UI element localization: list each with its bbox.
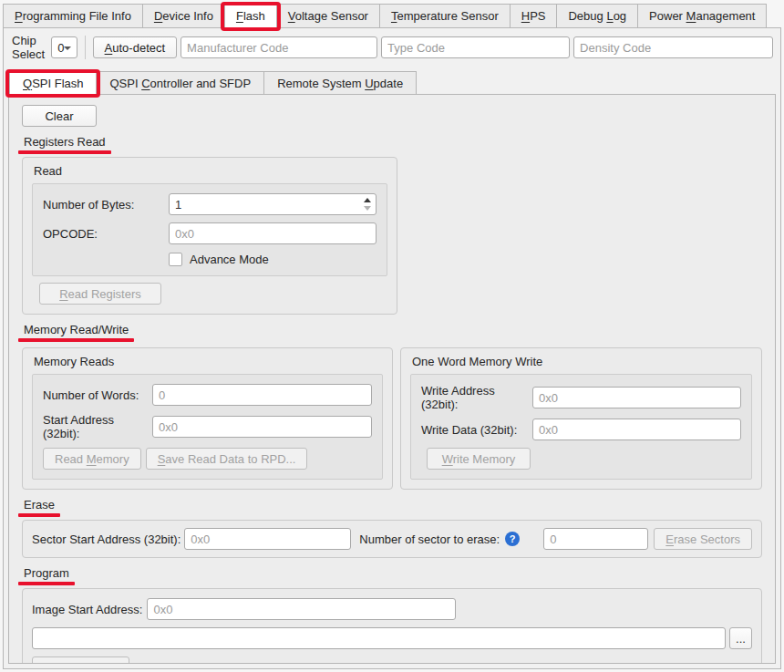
sector-start-address-label: Sector Start Address (32bit):: [32, 532, 181, 546]
start-address-field[interactable]: [152, 416, 372, 438]
chevron-down-icon: [64, 47, 71, 50]
write-data-label: Write Data (32bit):: [421, 423, 532, 437]
button-label: Erase Sectors: [665, 532, 740, 546]
sector-start-address-field[interactable]: [184, 528, 351, 550]
number-of-words-field[interactable]: [152, 384, 372, 406]
read-memory-button[interactable]: Read Memory: [43, 448, 141, 470]
button-label: Clear: [45, 109, 73, 123]
number-of-sectors-label: Number of sector to erase:: [359, 532, 500, 546]
flash-tab-page: Chip Select 0 Auto-detect QSPI Flash QSP…: [3, 27, 781, 669]
opcode-label: OPCODE:: [43, 227, 169, 241]
opcode-field[interactable]: [169, 222, 377, 244]
qspi-flash-page: Clear Registers Read Read Number of Byte…: [8, 94, 776, 664]
program-title: Program: [24, 566, 69, 585]
read-groupbox: Read Number of Bytes:: [22, 157, 397, 315]
tab-remote-system-update[interactable]: Remote System Update: [264, 71, 417, 95]
button-label: Program RPD: [44, 661, 118, 665]
memory-reads-title: Memory Reads: [34, 355, 383, 368]
advance-mode-checkbox[interactable]: [169, 253, 182, 266]
type-code-field[interactable]: [381, 36, 570, 58]
tab-debug-log[interactable]: Debug Log: [557, 4, 638, 28]
number-of-bytes-spinbox: [169, 193, 377, 215]
write-memory-button[interactable]: Write Memory: [427, 448, 531, 470]
one-word-write-panel: Write Address (32bit): Write Data (32bit…: [410, 374, 752, 480]
manufacturer-code-field[interactable]: [181, 36, 377, 58]
one-word-memory-write-groupbox: One Word Memory Write Write Address (32b…: [400, 347, 762, 490]
number-of-bytes-label: Number of Bytes:: [43, 198, 169, 212]
number-of-sectors-field[interactable]: [543, 528, 648, 550]
clear-button[interactable]: Clear: [22, 105, 97, 127]
rpd-file-path-field[interactable]: [32, 627, 726, 649]
spin-up-icon[interactable]: [364, 198, 371, 202]
button-label: Read Registers: [59, 287, 141, 301]
flash-tool-window: Programming File Info Device Info Flash …: [0, 0, 784, 672]
auto-detect-button[interactable]: Auto-detect: [93, 36, 178, 58]
image-start-address-field[interactable]: [147, 598, 456, 620]
erase-panel: Sector Start Address (32bit): Number of …: [22, 520, 762, 558]
tab-label: QSPI Flash: [23, 77, 83, 90]
tab-label: HPS: [521, 9, 546, 23]
erase-title: Erase: [24, 498, 55, 517]
one-word-memory-write-title: One Word Memory Write: [412, 355, 752, 368]
advance-mode-label: Advance Mode: [190, 253, 269, 266]
start-address-label: Start Address (32bit):: [43, 413, 152, 440]
main-tab-bar: Programming File Info Device Info Flash …: [0, 0, 784, 27]
help-icon[interactable]: ?: [505, 532, 520, 546]
erase-section: Erase Sector Start Address (32bit): Numb…: [22, 498, 762, 558]
read-registers-button[interactable]: Read Registers: [39, 283, 161, 305]
flash-sub-tab-bar: QSPI Flash QSPI Controller and SFDP Remo…: [4, 71, 780, 94]
tab-temperature-sensor[interactable]: Temperature Sensor: [380, 4, 511, 28]
write-address-label: Write Address (32bit):: [421, 384, 532, 411]
tab-hps[interactable]: HPS: [511, 4, 558, 28]
chip-select-value: 0: [57, 41, 64, 55]
memory-read-write-title: Memory Read/Write: [24, 323, 129, 342]
save-read-data-to-rpd-button[interactable]: Save Read Data to RPD...: [146, 448, 308, 470]
tab-label: Flash: [236, 9, 265, 23]
tab-programming-file-info[interactable]: Programming File Info: [3, 4, 143, 28]
chip-select-label: Chip Select: [12, 34, 45, 61]
tab-label: Remote System Update: [277, 77, 403, 90]
registers-read-title: Registers Read: [24, 135, 106, 154]
memory-reads-panel: Number of Words: Start Address (32bit): …: [32, 374, 383, 480]
chip-select-dropdown[interactable]: 0: [51, 36, 77, 58]
density-code-field[interactable]: [573, 36, 773, 58]
program-rpd-button[interactable]: Program RPD: [32, 656, 129, 664]
tab-label: Power Management: [649, 9, 755, 23]
browse-file-button[interactable]: ...: [729, 627, 752, 649]
tab-label: Programming File Info: [15, 9, 131, 23]
tab-flash[interactable]: Flash: [225, 4, 277, 28]
tab-device-info[interactable]: Device Info: [143, 4, 225, 28]
write-data-field[interactable]: [532, 419, 741, 440]
number-of-bytes-input[interactable]: [169, 193, 377, 215]
button-label: Auto-detect: [105, 41, 166, 55]
read-fields-panel: Number of Bytes: OPCODE:: [32, 183, 387, 276]
program-panel: Image Start Address: ... Program RPD: [22, 588, 762, 664]
tab-qspi-controller-sfdp[interactable]: QSPI Controller and SFDP: [97, 71, 264, 95]
tab-label: QSPI Controller and SFDP: [109, 77, 251, 90]
button-label: Write Memory: [442, 452, 516, 466]
tab-power-management[interactable]: Power Management: [638, 4, 767, 28]
write-address-field[interactable]: [532, 387, 741, 408]
tab-label: Device Info: [154, 9, 213, 23]
tab-voltage-sensor[interactable]: Voltage Sensor: [277, 4, 380, 28]
memory-reads-groupbox: Memory Reads Number of Words: Start Addr…: [22, 347, 393, 490]
tab-qspi-flash[interactable]: QSPI Flash: [9, 71, 97, 95]
tab-label: Temperature Sensor: [391, 9, 499, 23]
chip-select-toolbar: Chip Select 0 Auto-detect: [4, 28, 780, 67]
read-group-title: Read: [34, 164, 387, 178]
erase-sectors-button[interactable]: Erase Sectors: [654, 528, 752, 550]
image-start-address-label: Image Start Address:: [32, 603, 142, 616]
button-label: Read Memory: [55, 452, 129, 466]
tab-label: Debug Log: [568, 9, 626, 23]
button-label: ...: [736, 632, 746, 646]
program-section: Program Image Start Address: ... Program…: [22, 566, 762, 664]
memory-read-write-section: Memory Read/Write Memory Reads Number of…: [22, 323, 762, 490]
registers-read-section: Registers Read Read Number of Bytes:: [22, 135, 762, 315]
tab-label: Voltage Sensor: [288, 9, 368, 23]
number-of-words-label: Number of Words:: [43, 388, 152, 402]
button-label: Save Read Data to RPD...: [158, 452, 296, 466]
spin-down-icon[interactable]: [364, 206, 371, 211]
